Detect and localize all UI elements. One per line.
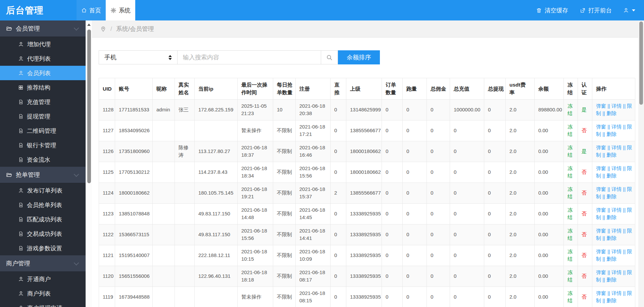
cell-daily_orders: 不限制: [273, 162, 296, 183]
freeze-link[interactable]: 冻结: [567, 207, 573, 220]
sidebar-section-2[interactable]: 商户管理: [0, 255, 86, 272]
sidebar-item-二维码管理[interactable]: 二维码管理: [0, 123, 86, 138]
op-link-详情[interactable]: 详情: [611, 249, 622, 254]
sidebar-item-交易成功列表[interactable]: 交易成功列表: [0, 226, 86, 241]
op-link-弹窗[interactable]: 弹窗: [596, 290, 606, 296]
op-link-删除[interactable]: 删除: [606, 214, 616, 220]
op-link-详情[interactable]: 详情: [611, 145, 622, 150]
freeze-link[interactable]: 冻结: [567, 186, 573, 200]
op-link-删除[interactable]: 删除: [606, 235, 616, 241]
open-frontend-button[interactable]: 打开前台: [580, 6, 612, 14]
scroll-up-arrow-icon[interactable]: [87, 23, 91, 26]
cell-daily_orders: 不限制: [273, 287, 296, 307]
op-link-详情[interactable]: 详情: [611, 290, 622, 296]
sidebar-item-提现管理[interactable]: 提现管理: [0, 109, 86, 123]
sidebar-item-会员抢单列表[interactable]: 会员抢单列表: [0, 198, 86, 212]
op-link-删除[interactable]: 删除: [606, 256, 616, 262]
op-link-详情[interactable]: 详情: [611, 207, 622, 213]
balance-sort-button[interactable]: 余额排序: [338, 50, 380, 64]
op-separator: ||: [606, 103, 611, 109]
sidebar-scrollbar[interactable]: [86, 20, 92, 307]
sidebar-item-推荐结构[interactable]: 推荐结构: [0, 80, 86, 95]
column-header-withdraw: 总提现: [484, 78, 506, 100]
column-header-parent: 上级: [346, 78, 382, 100]
sidebar-item-游戏参数设置[interactable]: 游戏参数设置: [0, 241, 86, 255]
op-link-详情[interactable]: 详情: [611, 269, 622, 275]
topbar: 后台管理 首页系统 清空缓存打开前台: [0, 0, 644, 20]
filter-select[interactable]: 手机: [99, 50, 178, 64]
sidebar-item-发布订单列表[interactable]: 发布订单列表: [0, 183, 86, 198]
op-link-详情[interactable]: 详情: [611, 103, 622, 109]
page-scrollbar[interactable]: [638, 20, 644, 307]
op-link-详情[interactable]: 详情: [611, 228, 622, 234]
sidebar-item-商户列表[interactable]: 商户列表: [0, 286, 86, 301]
user-menu[interactable]: [623, 7, 635, 13]
freeze-link[interactable]: 冻结: [567, 228, 573, 241]
op-link-详情[interactable]: 详情: [611, 165, 622, 171]
op-link-弹窗[interactable]: 弹窗: [596, 145, 606, 150]
cell-ops: 弹窗 || 详情 || 限制 || 删除: [592, 266, 635, 287]
column-header-real_name: 真实 姓名: [175, 78, 195, 100]
column-header-usdt_rate: usdt费 率: [506, 78, 535, 100]
op-link-弹窗[interactable]: 弹窗: [596, 165, 606, 171]
op-link-弹窗[interactable]: 弹窗: [596, 249, 606, 254]
cell-ip: 49.83.117.150: [195, 224, 238, 245]
cell-ip: 113.127.80.27: [195, 141, 238, 162]
search-input[interactable]: [178, 50, 321, 64]
sidebar-item-银行卡管理[interactable]: 银行卡管理: [0, 138, 86, 152]
op-link-弹窗[interactable]: 弹窗: [596, 228, 606, 234]
sidebar-item-开通商户[interactable]: 开通商户: [0, 272, 86, 286]
search-button[interactable]: [321, 50, 338, 64]
op-link-详情[interactable]: 详情: [611, 124, 622, 130]
op-link-弹窗[interactable]: 弹窗: [596, 186, 606, 192]
cell-registered: 2021-06-18 08:15: [296, 287, 331, 307]
op-link-弹窗[interactable]: 弹窗: [596, 207, 606, 213]
op-link-弹窗[interactable]: 弹窗: [596, 269, 606, 275]
cell-withdraw: 0: [484, 120, 506, 141]
sidebar-item-商户提现申请[interactable]: 商户提现申请: [0, 301, 86, 307]
column-header-commission: 总佣金: [427, 78, 450, 100]
freeze-link[interactable]: 冻结: [567, 290, 573, 304]
sidebar-item-会员列表[interactable]: 会员列表: [0, 66, 86, 80]
freeze-link[interactable]: 冻结: [567, 103, 573, 116]
freeze-link[interactable]: 冻结: [567, 249, 573, 262]
sidebar-item-增加代理[interactable]: 增加代理: [0, 37, 86, 51]
gear-icon: [110, 7, 116, 13]
sidebar-section-1[interactable]: 抢单管理: [0, 167, 86, 183]
op-link-弹窗[interactable]: 弹窗: [596, 103, 606, 109]
sidebar-item-匹配成功列表[interactable]: 匹配成功列表: [0, 212, 86, 226]
cell-recharge: 0: [450, 203, 484, 224]
action-label: 清空缓存: [545, 6, 568, 14]
op-link-删除[interactable]: 删除: [606, 277, 616, 283]
cell-withdraw: 0: [484, 141, 506, 162]
sidebar-item-资金流水[interactable]: 资金流水: [0, 152, 86, 167]
sidebar-item-label: 发布订单列表: [27, 187, 62, 195]
filter-select-value: 手机: [104, 53, 116, 61]
freeze-link[interactable]: 冻结: [567, 124, 573, 137]
op-link-弹窗[interactable]: 弹窗: [596, 124, 606, 130]
sidebar-scrollbar-thumb[interactable]: [87, 30, 91, 183]
op-link-删除[interactable]: 删除: [606, 194, 616, 199]
sidebar-item-代理列表[interactable]: 代理列表: [0, 51, 86, 66]
freeze-link[interactable]: 冻结: [567, 269, 573, 283]
tab-system[interactable]: 系统: [106, 0, 135, 20]
page-scrollbar-thumb[interactable]: [639, 21, 643, 105]
cell-ops: 弹窗 || 详情 || 限制 || 删除: [592, 224, 635, 245]
freeze-link[interactable]: 冻结: [567, 165, 573, 179]
cell-volume: 0: [403, 183, 427, 203]
op-link-删除[interactable]: 删除: [606, 298, 616, 303]
sidebar-item-充值管理[interactable]: 充值管理: [0, 95, 86, 109]
tab-home[interactable]: 首页: [77, 0, 106, 20]
doc-icon: [18, 231, 23, 237]
freeze-link[interactable]: 冻结: [567, 145, 573, 158]
sidebar-section-0[interactable]: 会员管理: [0, 20, 86, 37]
op-link-删除[interactable]: 删除: [606, 131, 616, 137]
op-link-删除[interactable]: 删除: [606, 173, 616, 178]
clear-cache-button[interactable]: 清空缓存: [536, 6, 568, 14]
cell-ip: 114.237.8.43: [195, 162, 238, 183]
op-link-删除[interactable]: 删除: [606, 110, 616, 116]
op-link-删除[interactable]: 删除: [606, 152, 616, 158]
op-link-详情[interactable]: 详情: [611, 186, 622, 192]
cell-recharge: 0: [450, 183, 484, 203]
cell-daily_orders: 不限制: [273, 266, 296, 287]
